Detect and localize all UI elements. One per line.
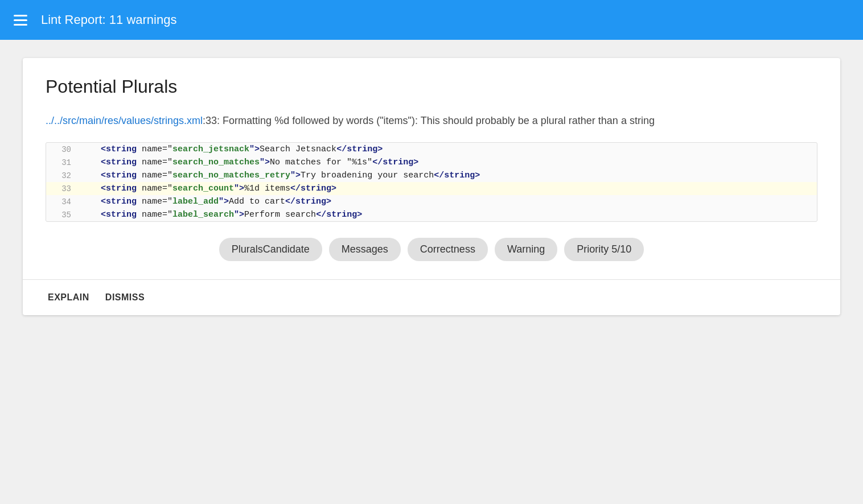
line-number: 33: [46, 184, 80, 193]
tag-pill[interactable]: Messages: [329, 238, 401, 261]
line-content: <string name="label_search">Perform sear…: [80, 210, 362, 220]
tag-pill[interactable]: Warning: [495, 238, 557, 261]
code-line: 32 <string name="search_no_matches_retry…: [46, 169, 817, 182]
main-content: Potential Plurals ../../src/main/res/val…: [0, 40, 863, 333]
card-body: Potential Plurals ../../src/main/res/val…: [23, 58, 840, 279]
line-number: 30: [46, 145, 80, 154]
line-number: 34: [46, 197, 80, 206]
header-title: Lint Report: 11 warnings: [41, 13, 176, 27]
code-line: 35 <string name="label_search">Perform s…: [46, 208, 817, 221]
tag-pill[interactable]: Priority 5/10: [564, 238, 644, 261]
issue-file-link[interactable]: ../../src/main/res/values/strings.xml: [46, 115, 203, 126]
tag-pill[interactable]: PluralsCandidate: [219, 238, 322, 261]
line-number: 35: [46, 210, 80, 220]
line-content: <string name="label_add">Add to cart</st…: [80, 197, 331, 206]
code-line: 30 <string name="search_jetsnack">Search…: [46, 143, 817, 156]
card-footer: EXPLAINDISMISS: [23, 280, 840, 315]
explain-button[interactable]: EXPLAIN: [46, 289, 92, 306]
dismiss-button[interactable]: DISMISS: [103, 289, 147, 306]
code-line: 31 <string name="search_no_matches">No m…: [46, 156, 817, 169]
code-line: 34 <string name="label_add">Add to cart<…: [46, 195, 817, 208]
line-content: <string name="search_jetsnack">Search Je…: [80, 144, 383, 154]
tag-pill[interactable]: Correctness: [408, 238, 488, 261]
line-content: <string name="search_count">%1d items</s…: [80, 184, 336, 193]
line-number: 32: [46, 171, 80, 180]
issue-description: ../../src/main/res/values/strings.xml:33…: [46, 113, 817, 129]
menu-icon[interactable]: [14, 15, 27, 26]
line-content: <string name="search_no_matches_retry">T…: [80, 171, 480, 180]
line-content: <string name="search_no_matches">No matc…: [80, 158, 418, 167]
tags-row: PluralsCandidateMessagesCorrectnessWarni…: [46, 238, 817, 261]
issue-description-text: :33: Formatting %d followed by words ("i…: [203, 115, 655, 126]
code-block: 30 <string name="search_jetsnack">Search…: [46, 142, 817, 222]
code-line: 33 <string name="search_count">%1d items…: [46, 182, 817, 195]
app-header: Lint Report: 11 warnings: [0, 0, 863, 40]
line-number: 31: [46, 158, 80, 167]
section-title: Potential Plurals: [46, 76, 817, 97]
lint-card: Potential Plurals ../../src/main/res/val…: [23, 58, 840, 315]
